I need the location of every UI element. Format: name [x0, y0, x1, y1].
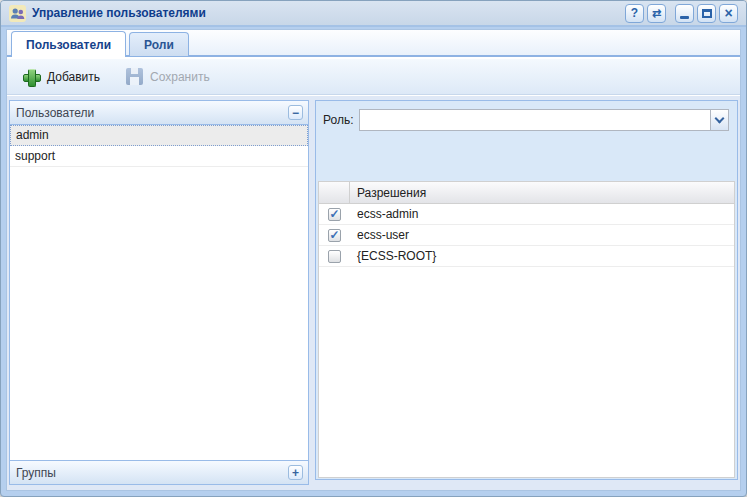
- tab-roles-label: Роли: [144, 38, 174, 52]
- permission-checkbox[interactable]: ✓: [328, 250, 341, 263]
- save-button[interactable]: Сохранить: [117, 63, 219, 90]
- permissions-column-label: Разрешения: [357, 186, 426, 200]
- maximize-button[interactable]: [697, 4, 716, 23]
- permission-row[interactable]: ✓ {ECSS-ROOT}: [319, 246, 734, 267]
- expand-icon: +: [292, 467, 299, 479]
- close-icon: ×: [724, 6, 732, 20]
- minimize-button[interactable]: [675, 4, 694, 23]
- role-combobox-trigger[interactable]: [710, 110, 728, 130]
- permission-row[interactable]: ✓ ecss-admin: [319, 204, 734, 225]
- role-detail-panel: Роль: Разрешения: [315, 100, 738, 480]
- permission-checkbox[interactable]: ✓: [328, 208, 341, 221]
- user-list-item-support[interactable]: support: [10, 146, 308, 167]
- toolbar: Добавить Сохранить: [7, 59, 740, 95]
- users-panel-title: Пользователи: [16, 106, 94, 120]
- role-combobox[interactable]: [359, 109, 729, 131]
- permissions-grid-header: Разрешения: [319, 182, 734, 204]
- add-button[interactable]: Добавить: [13, 63, 109, 91]
- groups-panel-header[interactable]: Группы +: [10, 460, 308, 484]
- add-button-label: Добавить: [47, 70, 100, 84]
- user-list-item-admin[interactable]: admin: [10, 125, 308, 146]
- refresh-button[interactable]: ⇄: [647, 4, 666, 23]
- user-name: support: [15, 149, 55, 163]
- permission-row[interactable]: ✓ ecss-user: [319, 225, 734, 246]
- users-icon: [9, 5, 26, 22]
- maximize-icon: [702, 9, 712, 18]
- permission-label: ecss-admin: [357, 207, 418, 221]
- refresh-icon: ⇄: [652, 8, 661, 19]
- help-button[interactable]: ?: [625, 4, 644, 23]
- tab-users-label: Пользователи: [26, 38, 111, 52]
- permission-checkbox[interactable]: ✓: [328, 229, 341, 242]
- collapse-users-button[interactable]: −: [288, 105, 303, 120]
- user-management-window: Управление пользователями ? ⇄ × Пользова…: [0, 0, 747, 497]
- collapse-icon: −: [292, 107, 299, 119]
- permissions-column-header[interactable]: Разрешения: [350, 182, 734, 203]
- user-list: admin support: [10, 125, 308, 460]
- expand-groups-button[interactable]: +: [288, 465, 303, 480]
- minimize-icon: [680, 16, 689, 19]
- users-panel-header[interactable]: Пользователи −: [10, 101, 308, 125]
- add-icon: [22, 68, 40, 86]
- close-button[interactable]: ×: [719, 4, 738, 23]
- help-icon: ?: [631, 7, 638, 19]
- save-button-label: Сохранить: [150, 70, 210, 84]
- chevron-down-icon: [715, 113, 725, 123]
- titlebar[interactable]: Управление пользователями ? ⇄ ×: [1, 1, 746, 27]
- user-name: admin: [16, 128, 49, 142]
- tab-strip: Пользователи Роли: [7, 30, 740, 57]
- window-body: Пользователи Роли Добавить Сохранить: [6, 29, 741, 491]
- permission-label: {ECSS-ROOT}: [357, 249, 436, 263]
- permission-label: ecss-user: [357, 228, 409, 242]
- window-title: Управление пользователями: [32, 6, 206, 20]
- role-label: Роль:: [323, 113, 359, 127]
- tab-roles[interactable]: Роли: [129, 32, 189, 56]
- users-panel: Пользователи − admin support Группы: [9, 100, 309, 485]
- tab-users[interactable]: Пользователи: [11, 31, 126, 57]
- groups-panel-title: Группы: [16, 466, 56, 480]
- permissions-grid: Разрешения ✓ ecss-admin ✓: [318, 181, 735, 478]
- save-icon: [126, 68, 143, 85]
- window-tools: ? ⇄ ×: [622, 4, 738, 23]
- checkbox-column-header[interactable]: [319, 182, 350, 203]
- main-area: Пользователи − admin support Группы: [7, 96, 740, 490]
- role-combobox-input[interactable]: [360, 110, 710, 130]
- role-field-row: Роль:: [323, 109, 729, 131]
